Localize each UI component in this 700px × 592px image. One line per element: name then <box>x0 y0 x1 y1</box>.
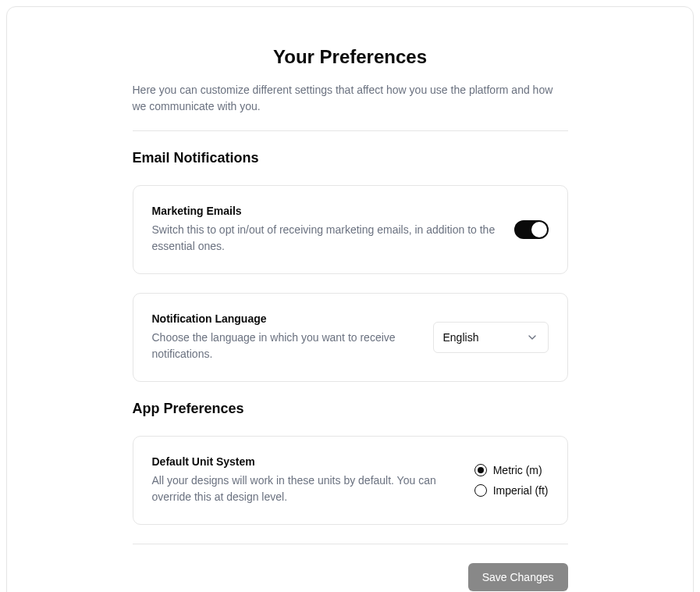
marketing-emails-title: Marketing Emails <box>152 205 496 217</box>
radio-circle <box>474 464 487 476</box>
save-button[interactable]: Save Changes <box>468 563 568 591</box>
notification-language-card: Notification Language Choose the languag… <box>133 293 568 382</box>
section-title-app-preferences: App Preferences <box>133 401 568 417</box>
section-title-email-notifications: Email Notifications <box>133 150 568 166</box>
notification-language-desc: Choose the language in which you want to… <box>152 330 414 362</box>
marketing-emails-toggle[interactable] <box>514 220 549 239</box>
marketing-emails-desc: Switch this to opt in/out of receiving m… <box>152 222 496 255</box>
header-divider <box>133 130 568 131</box>
unit-system-desc: All your designs will work in these unit… <box>152 473 456 505</box>
radio-dot <box>478 467 484 473</box>
marketing-emails-card: Marketing Emails Switch this to opt in/o… <box>133 185 568 274</box>
notification-language-value: English <box>443 331 479 344</box>
footer: Save Changes <box>133 563 568 591</box>
radio-metric[interactable]: Metric (m) <box>474 464 549 476</box>
toggle-knob <box>531 222 547 237</box>
radio-metric-label: Metric (m) <box>493 464 542 476</box>
unit-system-card: Default Unit System All your designs wil… <box>133 436 568 525</box>
radio-circle <box>474 484 487 497</box>
radio-imperial[interactable]: Imperial (ft) <box>474 484 549 497</box>
radio-imperial-label: Imperial (ft) <box>493 484 549 497</box>
chevron-down-icon <box>526 331 538 344</box>
page-title: Your Preferences <box>133 46 568 68</box>
page-subtitle: Here you can customize different setting… <box>133 82 568 115</box>
unit-system-title: Default Unit System <box>152 455 456 468</box>
unit-system-radio-group: Metric (m) Imperial (ft) <box>474 464 549 497</box>
footer-divider <box>133 544 568 544</box>
notification-language-select[interactable]: English <box>433 322 549 353</box>
notification-language-title: Notification Language <box>152 312 414 325</box>
preferences-container: Your Preferences Here you can customize … <box>6 6 694 592</box>
